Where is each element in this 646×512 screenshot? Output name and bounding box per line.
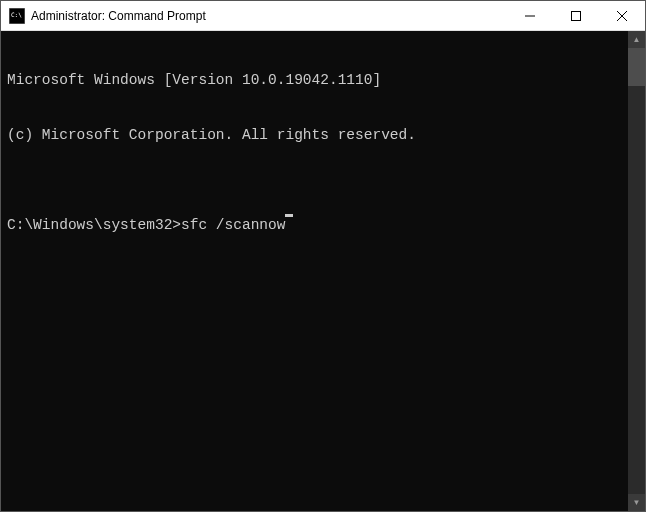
terminal-content[interactable]: Microsoft Windows [Version 10.0.19042.11…	[1, 31, 628, 511]
close-button[interactable]	[599, 1, 645, 30]
terminal-area[interactable]: Microsoft Windows [Version 10.0.19042.11…	[1, 31, 645, 511]
scrollbar-up-button[interactable]: ▲	[628, 31, 645, 48]
command-text: sfc /scannow	[181, 216, 285, 234]
scrollbar-down-button[interactable]: ▼	[628, 494, 645, 511]
copyright-line: (c) Microsoft Corporation. All rights re…	[7, 126, 622, 144]
close-icon	[617, 11, 627, 21]
maximize-button[interactable]	[553, 1, 599, 30]
svg-rect-3	[572, 11, 581, 20]
version-line: Microsoft Windows [Version 10.0.19042.11…	[7, 71, 622, 89]
window-controls	[507, 1, 645, 30]
titlebar[interactable]: C:\ Administrator: Command Prompt	[1, 1, 645, 31]
svg-text:C:\: C:\	[11, 11, 22, 18]
prompt-text: C:\Windows\system32>	[7, 216, 181, 234]
maximize-icon	[571, 11, 581, 21]
cmd-icon: C:\	[9, 8, 25, 24]
minimize-button[interactable]	[507, 1, 553, 30]
cursor	[285, 214, 293, 217]
chevron-up-icon: ▲	[633, 36, 641, 44]
vertical-scrollbar[interactable]: ▲ ▼	[628, 31, 645, 511]
scrollbar-thumb[interactable]	[628, 48, 645, 86]
prompt-line: C:\Windows\system32>sfc /scannow	[7, 216, 622, 234]
command-prompt-window: C:\ Administrator: Command Prompt	[0, 0, 646, 512]
minimize-icon	[525, 11, 535, 21]
window-title: Administrator: Command Prompt	[31, 9, 507, 23]
chevron-down-icon: ▼	[633, 499, 641, 507]
